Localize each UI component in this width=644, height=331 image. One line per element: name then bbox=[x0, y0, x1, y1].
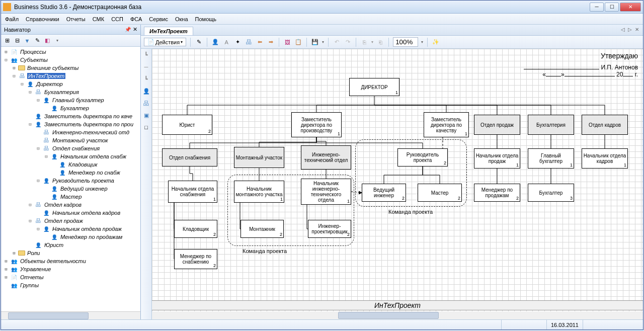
menu-file[interactable]: Файл bbox=[5, 16, 19, 22]
image-icon[interactable]: 🖼 bbox=[283, 38, 291, 46]
org-box-nach-kadrov[interactable]: Начальник отдела кадров1 bbox=[582, 148, 628, 169]
refresh-icon[interactable]: ✨ bbox=[432, 38, 440, 46]
paste-icon[interactable]: ⎗ bbox=[376, 38, 384, 46]
menu-help[interactable]: Помощь bbox=[195, 16, 217, 22]
tool-2-icon[interactable]: ─ bbox=[142, 63, 150, 71]
menu-fsa[interactable]: ФСА bbox=[130, 16, 142, 22]
tree-node-0[interactable]: ⊞📄Процессы bbox=[1, 48, 140, 56]
tree-node-20[interactable]: 👤Начальник отдела кадров bbox=[1, 209, 140, 217]
navigator-tree[interactable]: ⊞📄Процессы⊟👥Субъекты⊞Внешние субъекты⊟品И… bbox=[1, 47, 140, 311]
pin-icon[interactable]: 📌 bbox=[125, 27, 131, 32]
tree-node-17[interactable]: 👤Ведущий инженер bbox=[1, 185, 140, 193]
org-box-men-prodazh[interactable]: Менеджер по продажам2 bbox=[474, 184, 520, 202]
tab-intehproekt[interactable]: ИнТехПроект bbox=[144, 27, 193, 35]
tree-node-6[interactable]: ⊟👤Главный бухгалтер bbox=[1, 96, 140, 104]
tree-node-1[interactable]: ⊟👥Субъекты bbox=[1, 56, 140, 64]
org-box-otd-kadrov[interactable]: Отдел кадров bbox=[582, 115, 628, 135]
tree-node-3[interactable]: ⊟品ИнТехПроект bbox=[1, 72, 140, 80]
tree-node-22[interactable]: ⊟👤Начальник отдела продаж bbox=[1, 225, 140, 233]
tree-node-13[interactable]: ⊟👤Начальник отдела снабж bbox=[1, 152, 140, 160]
copy-icon[interactable]: ⎘ bbox=[360, 38, 368, 46]
tool-org-icon[interactable]: 品 bbox=[142, 99, 150, 107]
menu-service[interactable]: Сервис bbox=[149, 16, 168, 22]
tree-node-27[interactable]: ⊞👥Управление bbox=[1, 265, 140, 273]
org-box-director[interactable]: ДИРЕКТОР1 bbox=[349, 78, 399, 96]
tab-prev-icon[interactable]: ◁ bbox=[621, 27, 625, 32]
tree-node-5[interactable]: ⊟品Бухгалтерия bbox=[1, 88, 140, 96]
preview-icon[interactable]: 📋 bbox=[294, 38, 302, 46]
person-icon[interactable]: 👤 bbox=[211, 38, 219, 46]
tree-node-15[interactable]: 👤Менеджер по снабж bbox=[1, 169, 140, 177]
org-box-otd-prodazh[interactable]: Отдел продаж bbox=[474, 115, 520, 135]
tool-person-icon[interactable]: 👤 bbox=[142, 87, 150, 95]
tree-node-28[interactable]: ⊞📄Отчеты bbox=[1, 273, 140, 281]
tree-node-10[interactable]: 品Инженерно-технический отд bbox=[1, 128, 140, 136]
org-box-kladov[interactable]: Кладовщик2 bbox=[174, 220, 217, 238]
org-box-inj-tech[interactable]: Инженерно-технический отдел bbox=[301, 145, 351, 170]
tree-node-4[interactable]: ⊟👤Директор bbox=[1, 80, 140, 88]
tree-node-2[interactable]: ⊞Внешние субъекты bbox=[1, 64, 140, 72]
tool-1-icon[interactable]: ┗ bbox=[142, 51, 150, 59]
tree-node-19[interactable]: ⊟品Отдел кадров bbox=[1, 201, 140, 209]
tree-node-8[interactable]: 👤Заместитель директора по каче bbox=[1, 112, 140, 120]
org-box-men-snab[interactable]: Менеджер по снабжению2 bbox=[174, 249, 217, 269]
minimize-button[interactable]: ─ bbox=[590, 3, 604, 12]
tool-box-icon[interactable]: ▣ bbox=[142, 111, 150, 119]
tree-node-12[interactable]: ⊟品Отдел снабжения bbox=[1, 144, 140, 152]
tree-node-7[interactable]: 👤Бухгалтер bbox=[1, 104, 140, 112]
undo-icon[interactable]: ↶ bbox=[333, 38, 341, 46]
tree-node-26[interactable]: ⊞👥Объекты деятельности bbox=[1, 257, 140, 265]
tools-icon[interactable]: ✦ bbox=[233, 38, 242, 46]
org-icon[interactable]: 品 bbox=[245, 38, 253, 46]
tree-node-21[interactable]: ⊟品Отдел продаж bbox=[1, 217, 140, 225]
tab-close-icon[interactable]: ✕ bbox=[635, 27, 639, 32]
menu-windows[interactable]: Окна bbox=[175, 16, 188, 22]
org-box-buh[interactable]: Бухгалтерия bbox=[528, 115, 574, 135]
menu-reports[interactable]: Отчеты bbox=[66, 16, 86, 22]
org-box-jurist[interactable]: Юрист2 bbox=[162, 115, 212, 135]
menu-ref[interactable]: Справочники bbox=[26, 16, 59, 22]
save-icon[interactable]: 💾 bbox=[311, 38, 319, 46]
org-box-glav-buh[interactable]: Главный бухгалтер1 bbox=[528, 148, 574, 169]
close-button[interactable]: ✕ bbox=[620, 3, 641, 12]
tool-3-icon[interactable]: ┗ bbox=[142, 75, 150, 83]
canvas-scrollbar-h[interactable] bbox=[152, 311, 643, 319]
arrow-left-icon[interactable]: ⬅ bbox=[256, 38, 264, 46]
menu-ssp[interactable]: ССП bbox=[111, 16, 123, 22]
org-box-otd-snab[interactable]: Отдел снабжения bbox=[162, 148, 217, 167]
arrow-right-icon[interactable]: ➡ bbox=[267, 38, 275, 46]
edit-icon[interactable]: ✎ bbox=[33, 37, 41, 45]
org-box-nach-snab[interactable]: Начальник отдела снабжения1 bbox=[168, 181, 217, 203]
filter-icon[interactable]: ▼ bbox=[23, 37, 31, 45]
panel-close-icon[interactable]: ✕ bbox=[133, 26, 137, 33]
colorize-icon[interactable]: ◧ bbox=[43, 37, 51, 45]
tree-node-11[interactable]: 品Монтажный участок bbox=[1, 136, 140, 144]
dropdown-icon[interactable]: ▾ bbox=[53, 37, 61, 45]
diagram-canvas[interactable]: Утверждаю И.П. Антонов «» 20 г. ДИРЕКТОР… bbox=[152, 49, 643, 319]
tab-next-icon[interactable]: ▷ bbox=[628, 27, 632, 32]
actions-button[interactable]: 📄 Действия ▾ bbox=[144, 38, 186, 46]
redo-icon[interactable]: ↷ bbox=[344, 38, 352, 46]
edit-doc-icon[interactable]: ✎ bbox=[195, 38, 203, 46]
tool-text-icon[interactable]: □ bbox=[142, 123, 150, 131]
menu-smk[interactable]: СМК bbox=[93, 16, 104, 22]
tree-node-23[interactable]: 👤Менеджер по продажам bbox=[1, 233, 140, 241]
tree-node-25[interactable]: ⊞Роли bbox=[1, 249, 140, 257]
tree-node-16[interactable]: ⊟👤Руководитель проекта bbox=[1, 177, 140, 185]
auto-icon[interactable]: A bbox=[222, 38, 230, 46]
tree-node-14[interactable]: 👤Кладовщик bbox=[1, 160, 140, 169]
org-box-nach-prodazh[interactable]: Начальник отдела продаж1 bbox=[474, 148, 520, 169]
org-box-zam-kach[interactable]: Заместитель директора по качеству1 bbox=[424, 112, 469, 137]
tree-node-18[interactable]: 👤Мастер bbox=[1, 193, 140, 201]
expand-icon[interactable]: ⊞ bbox=[3, 37, 11, 45]
tree-node-9[interactable]: ⊟👤Заместитель директора по прои bbox=[1, 120, 140, 128]
nav-scrollbar-h[interactable] bbox=[1, 311, 140, 319]
org-box-mont-uch[interactable]: Монтажный участок bbox=[234, 147, 284, 168]
org-box-buh2[interactable]: Бухгалтер3 bbox=[528, 184, 574, 202]
tree-node-24[interactable]: 👤Юрист bbox=[1, 241, 140, 249]
collapse-icon[interactable]: ⊟ bbox=[13, 37, 21, 45]
tree-node-29[interactable]: 👥Группы bbox=[1, 281, 140, 289]
zoom-input[interactable] bbox=[393, 37, 418, 47]
org-box-zam-proizv[interactable]: Заместитель директора по производству1 bbox=[291, 112, 342, 137]
maximize-button[interactable]: ☐ bbox=[605, 3, 619, 12]
